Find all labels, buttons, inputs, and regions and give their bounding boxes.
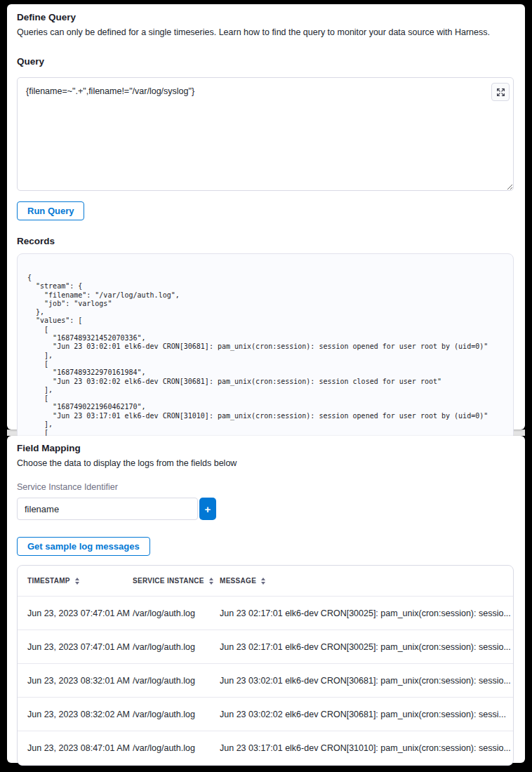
add-field-button[interactable]: + xyxy=(199,498,216,520)
cell-message: Jun 23 02:17:01 elk6-dev CRON[30025]: pa… xyxy=(220,608,513,618)
cell-message: Jun 23 03:02:02 elk6-dev CRON[30681]: pa… xyxy=(220,710,513,719)
maximize-icon xyxy=(496,88,505,97)
service-instance-label: Service Instance Identifier xyxy=(17,482,515,492)
cell-timestamp: Jun 23, 2023 08:32:01 AM xyxy=(27,676,133,686)
define-query-description: Queries can only be defined for a single… xyxy=(17,27,515,37)
sort-icon[interactable] xyxy=(261,578,265,585)
run-query-button[interactable]: Run Query xyxy=(17,201,84,220)
define-query-title: Define Query xyxy=(17,4,515,22)
cell-timestamp: Jun 23, 2023 07:47:01 AM xyxy=(27,608,133,618)
cell-service-instance: /var/log/auth.log xyxy=(133,642,220,652)
get-sample-log-messages-button[interactable]: Get sample log messages xyxy=(17,537,150,556)
cell-timestamp: Jun 23, 2023 08:47:01 AM xyxy=(27,743,133,753)
cell-timestamp: Jun 23, 2023 08:32:02 AM xyxy=(27,710,133,719)
cell-service-instance: /var/log/auth.log xyxy=(133,676,220,686)
cell-message: Jun 23 02:17:01 elk6-dev CRON[30025]: pa… xyxy=(220,642,513,652)
column-header-message[interactable]: MESSAGE xyxy=(220,577,513,585)
table-row: Jun 23, 2023 08:32:01 AM /var/log/auth.l… xyxy=(18,664,513,698)
field-mapping-title: Field Mapping xyxy=(17,436,515,453)
column-header-timestamp[interactable]: TIMESTAMP xyxy=(27,577,133,585)
records-label: Records xyxy=(17,236,515,246)
plus-icon: + xyxy=(205,503,211,515)
sort-icon[interactable] xyxy=(209,578,213,585)
expand-query-button[interactable] xyxy=(491,83,510,101)
table-row: Jun 23, 2023 08:47:01 AM /var/log/auth.l… xyxy=(18,731,513,765)
column-header-service-instance[interactable]: SERVICE INSTANCE xyxy=(133,577,220,585)
cell-service-instance: /var/log/auth.log xyxy=(133,743,220,753)
cell-service-instance: /var/log/auth.log xyxy=(133,710,220,719)
cell-message: Jun 23 03:17:01 elk6-dev CRON[31010]: pa… xyxy=(220,743,513,753)
service-instance-input[interactable] xyxy=(17,498,198,520)
sample-logs-table: TIMESTAMP SERVICE INSTANCE MESSAGE Jun 2… xyxy=(17,565,514,766)
table-row: Jun 23, 2023 07:47:01 AM /var/log/auth.l… xyxy=(18,597,513,630)
query-editor: {filename=~".+",filename!="/var/log/sysl… xyxy=(17,77,515,191)
records-json: { "stream": { "filename": "/var/log/auth… xyxy=(27,274,503,455)
table-header-row: TIMESTAMP SERVICE INSTANCE MESSAGE xyxy=(18,566,513,597)
sort-icon[interactable] xyxy=(75,578,79,585)
cell-service-instance: /var/log/auth.log xyxy=(133,608,220,618)
query-input[interactable]: {filename=~".+",filename!="/var/log/sysl… xyxy=(17,77,514,191)
service-instance-row: + xyxy=(17,498,515,520)
content-frame: Define Query Queries can only be defined… xyxy=(7,4,525,763)
records-output[interactable]: { "stream": { "filename": "/var/log/auth… xyxy=(17,253,514,457)
cell-message: Jun 23 03:02:01 elk6-dev CRON[30681]: pa… xyxy=(220,676,513,686)
field-mapping-description: Choose the data to display the logs from… xyxy=(17,458,515,468)
query-label: Query xyxy=(17,56,515,67)
field-mapping-panel: Field Mapping Choose the data to display… xyxy=(7,436,525,763)
table-row: Jun 23, 2023 08:32:02 AM /var/log/auth.l… xyxy=(18,698,513,731)
cell-timestamp: Jun 23, 2023 07:47:01 AM xyxy=(27,642,133,652)
define-query-panel: Define Query Queries can only be defined… xyxy=(7,4,525,430)
table-row: Jun 23, 2023 07:47:01 AM /var/log/auth.l… xyxy=(18,630,513,664)
